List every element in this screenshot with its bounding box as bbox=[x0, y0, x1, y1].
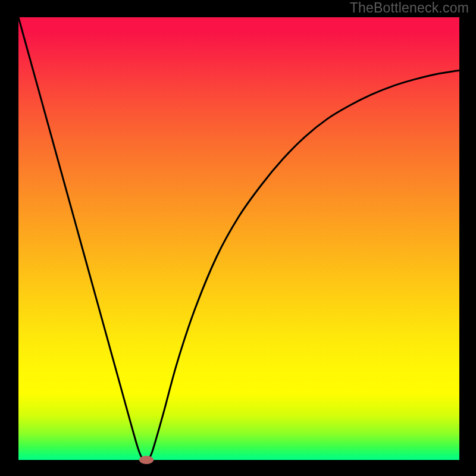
bottleneck-curve bbox=[0, 0, 476, 476]
chart-frame: TheBottleneck.com bbox=[0, 0, 476, 476]
minimum-marker bbox=[139, 456, 154, 464]
curve-path bbox=[18, 17, 459, 460]
watermark-text: TheBottleneck.com bbox=[350, 0, 469, 16]
